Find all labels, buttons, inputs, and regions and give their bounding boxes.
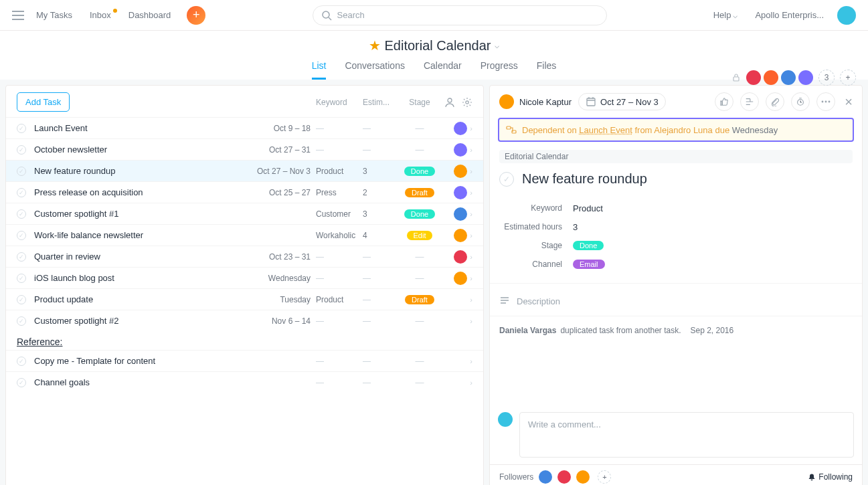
field-val-est[interactable]: 3: [573, 222, 578, 232]
add-task-button[interactable]: Add Task: [17, 92, 70, 112]
member-overflow[interactable]: 3: [818, 70, 835, 86]
help-menu[interactable]: Help⌵: [713, 10, 738, 20]
search-input[interactable]: Search: [313, 5, 607, 25]
description-field[interactable]: Description: [490, 283, 862, 316]
task-stage: —: [396, 316, 443, 326]
task-row[interactable]: ✓Channel goals———›: [6, 371, 483, 393]
user-avatar[interactable]: [837, 6, 856, 25]
stage-pill: Draft: [405, 188, 434, 197]
member-avatar[interactable]: [781, 70, 796, 85]
task-row[interactable]: ✓Quarter in reviewOct 23 – 31———›: [6, 246, 483, 267]
comment-input[interactable]: Write a comment...: [519, 412, 854, 458]
complete-checkbox[interactable]: ✓: [17, 231, 26, 240]
followers-bar: Followers + Following: [490, 464, 862, 485]
subtask-button[interactable]: [740, 92, 759, 111]
col-stage[interactable]: Stage: [396, 98, 443, 107]
workspace-name[interactable]: Apollo Enterpris...: [755, 10, 824, 20]
add-follower-button[interactable]: +: [598, 470, 611, 484]
tab-progress[interactable]: Progress: [481, 60, 518, 80]
follower-avatar[interactable]: [539, 470, 552, 484]
quick-add-button[interactable]: +: [187, 6, 205, 25]
more-button[interactable]: [816, 92, 835, 111]
complete-checkbox[interactable]: ✓: [17, 188, 26, 197]
assignee-avatar[interactable]: [454, 143, 467, 157]
complete-checkbox[interactable]: ✓: [17, 295, 26, 304]
close-icon[interactable]: ×: [845, 94, 853, 110]
add-member-button[interactable]: +: [840, 70, 856, 86]
task-row[interactable]: ✓Customer spotlight #2Nov 6 – 14———›: [6, 310, 483, 331]
assignee-chip[interactable]: Nicole Kaptur: [499, 94, 572, 109]
task-row[interactable]: ✓New feature roundupOct 27 – Nov 3Produc…: [6, 160, 483, 181]
task-name: New feature roundup: [34, 166, 249, 176]
gear-icon[interactable]: [462, 97, 472, 108]
like-button[interactable]: [715, 92, 733, 111]
task-keyword: —: [316, 316, 363, 326]
complete-checkbox[interactable]: ✓: [17, 378, 26, 387]
assignee-avatar[interactable]: [454, 186, 467, 199]
followers-label: Followers: [499, 472, 533, 482]
chevron-right-icon: ›: [470, 124, 472, 132]
attachment-button[interactable]: [766, 92, 784, 111]
field-val-keyword[interactable]: Product: [573, 203, 603, 213]
complete-checkbox[interactable]: ✓: [17, 167, 26, 176]
member-avatar[interactable]: [798, 70, 813, 85]
project-title[interactable]: ★ Editorial Calendar ⌵: [369, 37, 500, 54]
nav-my-tasks[interactable]: My Tasks: [31, 10, 78, 20]
complete-checkbox[interactable]: ✓: [17, 252, 26, 262]
complete-checkbox[interactable]: ✓: [17, 274, 26, 283]
star-icon[interactable]: ★: [369, 37, 381, 54]
task-row[interactable]: ✓Copy me - Template for content———›: [6, 350, 483, 371]
col-estimated[interactable]: Estim...: [363, 98, 396, 107]
dependency-banner[interactable]: Dependent on Launch Event from Alejandro…: [498, 118, 854, 142]
complete-checkbox[interactable]: ✓: [17, 316, 26, 326]
tab-conversations[interactable]: Conversations: [345, 60, 405, 80]
task-row[interactable]: ✓October newsletterOct 27 – 31———›: [6, 138, 483, 160]
task-stage: —: [396, 144, 443, 155]
field-val-channel[interactable]: Email: [573, 260, 605, 269]
task-row[interactable]: ✓Launch EventOct 9 – 18———›: [6, 117, 483, 138]
assignee-avatar[interactable]: [454, 250, 467, 264]
complete-checkbox[interactable]: ✓: [17, 357, 26, 366]
complete-checkbox[interactable]: ✓: [499, 172, 514, 187]
due-date-chip[interactable]: Oct 27 – Nov 3: [578, 93, 666, 110]
assignee-avatar[interactable]: [454, 165, 467, 178]
timer-button[interactable]: [791, 92, 810, 111]
project-tag[interactable]: Editorial Calendar: [499, 150, 853, 163]
task-est: —: [363, 145, 396, 155]
following-toggle[interactable]: Following: [808, 472, 853, 482]
complete-checkbox[interactable]: ✓: [17, 145, 26, 155]
task-row[interactable]: ✓Press release on acquisitionOct 25 – 27…: [6, 181, 483, 203]
follower-avatar[interactable]: [576, 470, 590, 484]
task-row[interactable]: ✓Product updateTuesdayProduct—Draft›: [6, 288, 483, 310]
menu-icon[interactable]: [12, 11, 24, 20]
nav-inbox[interactable]: Inbox: [84, 10, 116, 20]
nav-dashboard[interactable]: Dashboard: [123, 10, 177, 20]
col-keyword[interactable]: Keyword: [316, 98, 363, 107]
svg-rect-5: [587, 98, 595, 106]
task-name: Product update: [34, 294, 249, 304]
tab-list[interactable]: List: [312, 60, 327, 80]
assignee-avatar[interactable]: [454, 207, 467, 221]
person-icon[interactable]: [444, 97, 455, 108]
assignee-avatar[interactable]: [454, 122, 467, 135]
assignee-avatar[interactable]: [454, 272, 467, 285]
task-row[interactable]: ✓Customer spotlight #1Customer3Done›: [6, 203, 483, 224]
chevron-right-icon: ›: [470, 357, 472, 365]
tab-calendar[interactable]: Calendar: [424, 60, 462, 80]
assignee-avatar[interactable]: [454, 229, 467, 242]
task-stage: Edit: [396, 230, 443, 240]
chevron-down-icon[interactable]: ⌵: [495, 41, 499, 50]
tab-files[interactable]: Files: [537, 60, 557, 80]
complete-checkbox[interactable]: ✓: [17, 124, 26, 133]
task-detail-panel: Nicole Kaptur Oct 27 – Nov 3 × Dependent…: [489, 85, 863, 485]
member-avatar[interactable]: [764, 70, 778, 85]
field-val-stage[interactable]: Done: [573, 241, 604, 250]
task-row[interactable]: ✓iOS launch blog postWednesday———›: [6, 267, 483, 288]
follower-avatar[interactable]: [557, 470, 571, 484]
task-title[interactable]: New feature roundup: [522, 171, 647, 187]
complete-checkbox[interactable]: ✓: [17, 209, 26, 219]
section-reference[interactable]: Reference:: [6, 331, 483, 350]
member-avatar[interactable]: [746, 70, 761, 85]
lock-icon: [731, 73, 741, 82]
task-row[interactable]: ✓Work-life balance newsletterWorkaholic4…: [6, 224, 483, 246]
